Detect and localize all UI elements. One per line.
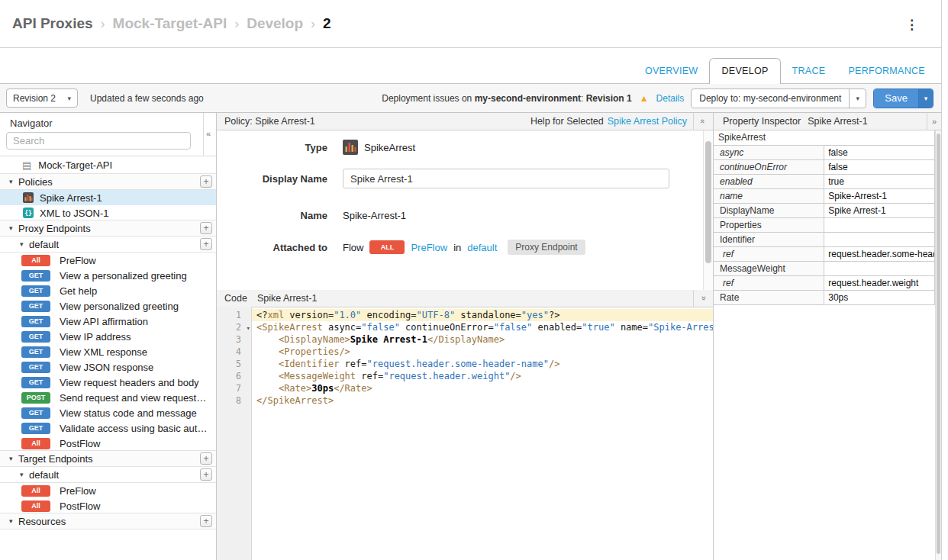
nav-flow-preflow[interactable]: AllPreFlow — [0, 253, 216, 268]
nav-flow-view-xml-response[interactable]: GETView XML response — [0, 344, 216, 359]
nav-section-proxy-endpoints[interactable]: ▾Proxy Endpoints+ — [0, 220, 216, 237]
nav-row-label: View request headers and body — [60, 377, 199, 388]
breadcrumb-develop[interactable]: Develop — [247, 15, 303, 32]
nav-flow-view-json-response[interactable]: GETView JSON response — [0, 359, 216, 375]
breadcrumb-api-proxies[interactable]: API Proxies — [12, 15, 93, 32]
navigator-panel: Navigator « ▤Mock-Target-API▾Policies+Sp… — [0, 113, 217, 560]
code-line-5[interactable]: <Identifier ref="request.header.some-hea… — [252, 358, 713, 370]
prop-value[interactable]: request.header.weight — [824, 275, 935, 290]
code-token: <Rate> — [279, 383, 311, 394]
nav-item-mock-target-api[interactable]: ▤Mock-Target-API — [0, 156, 216, 174]
add-button[interactable]: + — [200, 452, 212, 465]
inspector-scrollbar-track[interactable] — [935, 130, 941, 560]
method-badge: GET — [21, 285, 50, 297]
prop-value[interactable]: false — [824, 145, 935, 159]
prop-value[interactable]: 30ps — [824, 290, 935, 304]
fields-scrollbar-track[interactable] — [703, 130, 713, 290]
scrollbar-thumb[interactable] — [705, 141, 711, 263]
policy-header-title: Policy: Spike Arrest-1 — [224, 116, 315, 127]
nav-flow-preflow[interactable]: AllPreFlow — [0, 483, 216, 498]
code-line-8[interactable]: </SpikeArrest> — [252, 394, 713, 407]
prop-value[interactable] — [824, 217, 935, 232]
nav-flow-view-personalized-greeting[interactable]: GETView personalized greeting — [0, 298, 216, 314]
nav-section-default[interactable]: ▾default+ — [0, 236, 216, 253]
disclosure-triangle-icon[interactable]: ▾ — [9, 517, 18, 525]
disclosure-triangle-icon[interactable]: ▾ — [9, 224, 18, 232]
prop-value[interactable]: true — [824, 174, 935, 188]
save-dropdown-button[interactable]: ▾ — [918, 89, 933, 108]
code-line-7[interactable]: <Rate>30ps</Rate> — [252, 382, 713, 394]
code-line-1[interactable]: <?xml version="1.0" encoding="UTF-8" sta… — [252, 309, 713, 321]
code-line-4[interactable]: <Properties/> — [252, 346, 713, 358]
preflow-link[interactable]: PreFlow — [411, 242, 447, 253]
page-scrollbar-strip[interactable] — [941, 0, 948, 560]
tab-overview[interactable]: OVERVIEW — [634, 59, 710, 84]
code-token: "1.0" — [334, 310, 361, 320]
prop-value[interactable]: request.header.some-header-name — [824, 246, 935, 261]
add-button[interactable]: + — [200, 175, 212, 188]
revision-select[interactable]: Revision 2 ▾ — [6, 89, 78, 108]
nav-item-xml-to-json-1[interactable]: {}XML to JSON-1 — [0, 205, 216, 220]
prop-value[interactable] — [824, 261, 935, 275]
add-button[interactable]: + — [200, 238, 212, 250]
disclosure-triangle-icon[interactable]: ▾ — [20, 471, 29, 478]
nav-flow-view-request-headers-and-body[interactable]: GETView request headers and body — [0, 375, 216, 390]
details-link[interactable]: Details — [656, 93, 685, 104]
expand-inspector-button[interactable]: » — [927, 113, 941, 130]
nav-flow-postflow[interactable]: AllPostFlow — [0, 436, 216, 451]
method-badge: All — [21, 500, 50, 512]
add-button[interactable]: + — [200, 468, 212, 481]
kebab-menu-icon[interactable]: ⋮ — [905, 17, 918, 33]
spike-arrest-policy-help-link[interactable]: Spike Arrest Policy — [608, 116, 687, 127]
tab-performance[interactable]: PERFORMANCE — [837, 59, 937, 84]
nav-flow-view-api-affirmation[interactable]: GETView API affirmation — [0, 314, 216, 329]
disclosure-triangle-icon[interactable]: ▾ — [9, 178, 18, 185]
prop-value[interactable]: Spike Arrest-1 — [824, 203, 935, 217]
method-badge: All — [21, 255, 50, 266]
nav-section-resources[interactable]: ▾Resources+ — [0, 513, 216, 529]
code-editor[interactable]: 12▾345678 <?xml version="1.0" encoding="… — [217, 307, 713, 560]
add-button[interactable]: + — [200, 515, 212, 527]
expand-code-panel-button[interactable]: « — [693, 290, 713, 307]
nav-section-target-endpoints[interactable]: ▾Target Endpoints+ — [0, 450, 216, 467]
nav-flow-view-status-code-and-message[interactable]: GETView status code and message — [0, 405, 216, 420]
disclosure-triangle-icon[interactable]: ▾ — [9, 455, 18, 462]
code-line-6[interactable]: <MessageWeight ref="request.header.weigh… — [252, 370, 713, 382]
nav-flow-send-request-and-view-request[interactable]: POSTSend request and view request… — [0, 390, 216, 405]
chevron-down-icon: ▾ — [67, 95, 71, 102]
nav-flow-view-a-personalized-greeting[interactable]: GETView a personalized greeting — [0, 268, 216, 283]
method-badge: GET — [21, 316, 50, 327]
collapse-navigator-button[interactable]: « — [206, 129, 211, 138]
scrollbar-thumb[interactable] — [937, 134, 940, 554]
prop-value[interactable] — [824, 232, 935, 246]
prop-key: enabled — [714, 174, 824, 188]
prop-row-rate: Rate30ps — [714, 290, 935, 304]
tab-trace[interactable]: TRACE — [781, 59, 837, 84]
display-name-input[interactable] — [343, 169, 669, 188]
prop-value[interactable]: false — [824, 159, 935, 174]
prop-row-name: nameSpike-Arrest-1 — [714, 188, 935, 203]
nav-flow-validate-access-using-basic-aut[interactable]: GETValidate access using basic aut… — [0, 420, 216, 436]
deploy-to-select[interactable]: Deploy to: my-second-environment ▾ — [691, 89, 866, 108]
prop-value[interactable]: Spike-Arrest-1 — [824, 188, 935, 203]
code-line-3[interactable]: <DisplayName>Spike Arrest-1</DisplayName… — [252, 333, 713, 346]
nav-flow-get-help[interactable]: GETGet help — [0, 283, 216, 298]
breadcrumb-proxy-name[interactable]: Mock-Target-API — [113, 15, 227, 32]
fold-marker-icon[interactable]: ▾ — [247, 322, 250, 334]
tab-develop[interactable]: DEVELOP — [709, 58, 780, 84]
add-button[interactable]: + — [200, 222, 212, 234]
save-button[interactable]: Save — [874, 89, 918, 108]
code-line-2[interactable]: <SpikeArrest async="false" continueOnErr… — [252, 321, 713, 333]
disclosure-triangle-icon[interactable]: ▾ — [20, 240, 29, 248]
nav-flow-postflow[interactable]: AllPostFlow — [0, 498, 216, 513]
nav-item-spike-arrest-1[interactable]: Spike Arrest-1 — [0, 190, 216, 205]
nav-row-label: Spike Arrest-1 — [40, 192, 102, 204]
code-lines[interactable]: <?xml version="1.0" encoding="UTF-8" sta… — [252, 307, 713, 560]
nav-section-policies[interactable]: ▾Policies+ — [0, 173, 216, 190]
nav-section-default[interactable]: ▾default+ — [0, 466, 216, 483]
search-input[interactable] — [6, 132, 191, 150]
collapse-policy-panel-button[interactable]: « — [693, 113, 713, 130]
deploy-caret-button[interactable]: ▾ — [849, 89, 866, 108]
nav-flow-view-ip-address[interactable]: GETView IP address — [0, 329, 216, 344]
default-endpoint-link[interactable]: default — [467, 242, 497, 253]
